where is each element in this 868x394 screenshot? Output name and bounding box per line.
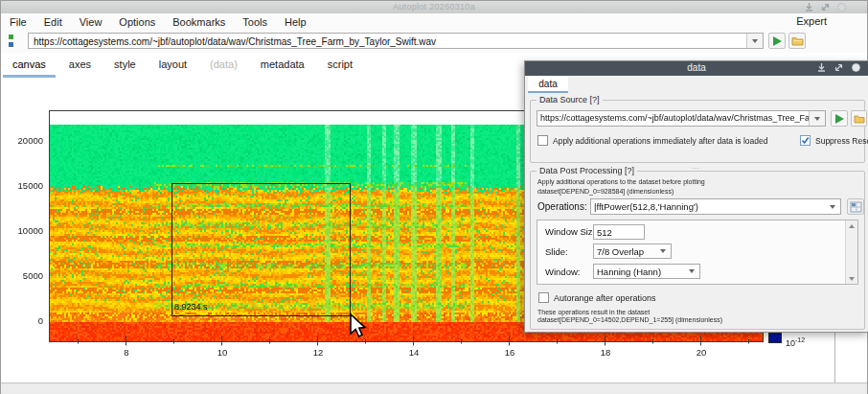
dialog-open-file-button[interactable] (851, 110, 867, 127)
undock-icon[interactable] (834, 63, 843, 72)
operations-input[interactable]: |fftPower(512,8,'Hanning') (590, 198, 841, 215)
window-menu-icon[interactable] (837, 3, 846, 12)
colorbar-end-swatch (768, 333, 782, 343)
y-tick-label: 20000 (1, 135, 43, 146)
chevron-down-icon (684, 265, 699, 278)
window-titlebar: Autoplot 20260310a (1, 1, 867, 14)
operations-editor-icon (850, 201, 862, 213)
chevron-down-icon (752, 39, 758, 43)
open-file-button[interactable] (788, 33, 806, 49)
url-input[interactable]: https://cottagesystems.com/~jbf/autoplot… (28, 33, 764, 49)
scroll-up-icon[interactable] (846, 220, 857, 231)
tab-script[interactable]: script (316, 53, 364, 78)
apply-operations-label: Apply additional operations immediately … (553, 136, 767, 146)
autorange-label: Autorange after operations (554, 293, 656, 303)
x-tick-label: 14 (400, 347, 428, 358)
chevron-down-icon (655, 244, 671, 258)
y-tick-label: 5000 (1, 270, 43, 281)
operation-editor-panel: Window Size: 512 Slide: 7/8 Overlap Wind… (537, 220, 858, 285)
data-source-legend: Data Source [?] (537, 95, 603, 104)
tab-data[interactable]: (data) (198, 53, 249, 78)
menu-bar: FileEditViewOptionsBookmarksToolsHelp Ex… (1, 13, 867, 31)
data-source-group: Data Source [?] https://cottagesystems.c… (530, 100, 865, 163)
mouse-cursor (348, 313, 371, 340)
selection-box[interactable] (171, 183, 351, 316)
status-bar (1, 382, 867, 394)
suppress-reset-checkbox[interactable] (800, 135, 811, 146)
window-size-label: Window Size: (545, 226, 601, 237)
x-tick-label: 16 (495, 347, 524, 358)
post-processing-legend: Data Post Processing [?] (537, 166, 637, 175)
slide-select[interactable]: 7/8 Overlap (593, 243, 672, 259)
slide-label: Slide: (545, 246, 568, 257)
window-size-input[interactable]: 512 (593, 224, 645, 240)
selection-time-label: 8.9234 s (174, 302, 208, 312)
x-tick-label: 20 (687, 347, 716, 358)
datasource-icon (8, 34, 19, 49)
folder-open-icon (791, 35, 804, 46)
window-title: Autoplot 20260310a (1, 2, 867, 12)
menu-file[interactable]: File (1, 16, 35, 28)
input-dataset-label: dataset[DEPEND_0=928584] (dimensionless) (537, 188, 674, 195)
dialog-go-button[interactable] (831, 110, 848, 127)
pin-icon[interactable] (817, 63, 826, 72)
operations-dropdown-button[interactable] (825, 199, 840, 214)
menu-edit[interactable]: Edit (35, 16, 71, 28)
post-desc: Apply additional operations to the datas… (537, 178, 705, 185)
dialog-tab-data[interactable]: data (528, 77, 568, 93)
chevron-down-icon (830, 205, 835, 209)
autorange-checkbox[interactable] (538, 292, 549, 303)
x-tick-label: 10 (208, 347, 237, 358)
scroll-down-icon[interactable] (846, 273, 857, 284)
url-dropdown-button[interactable] (746, 34, 763, 48)
post-processing-group: Data Post Processing [?] Apply additiona… (530, 171, 865, 330)
operations-editor-button[interactable] (847, 198, 864, 215)
play-icon (835, 114, 844, 124)
x-tick-label: 8 (112, 347, 141, 358)
window-label: Window: (545, 267, 580, 277)
colorbar-tick-label: 10-12 (786, 336, 805, 348)
y-tick-label: 15000 (1, 180, 43, 191)
tab-axes[interactable]: axes (57, 53, 103, 78)
canvas-right-border (834, 333, 835, 382)
menu-view[interactable]: View (71, 16, 111, 28)
url-dropdown-button[interactable] (809, 111, 825, 126)
y-tick-label: 10000 (1, 225, 43, 236)
app-window: Autoplot 20260310a FileEditViewOptionsBo… (0, 0, 868, 394)
play-icon (773, 36, 782, 46)
window-select[interactable]: Hanning (Hann) (593, 264, 700, 279)
operations-label: Operations: (537, 201, 587, 212)
suppress-reset-label: Suppress Reset (815, 136, 868, 146)
dialog-titlebar[interactable]: data (525, 61, 868, 76)
apply-operations-checkbox[interactable] (537, 135, 548, 146)
tab-metadata[interactable]: metadata (249, 53, 316, 78)
dialog-tabstrip: data (525, 76, 868, 93)
autorange-checkbox-row: Autorange after operations (538, 292, 656, 303)
folder-open-icon (854, 114, 865, 124)
x-tick-label: 18 (591, 347, 620, 358)
url-bar: https://cottagesystems.com/~jbf/autoplot… (1, 30, 867, 54)
window-menu-icon[interactable] (852, 63, 860, 72)
pin-icon[interactable] (805, 3, 813, 12)
expert-label[interactable]: Expert (796, 15, 827, 27)
result-dataset-line1: These operations result in the dataset (537, 309, 650, 315)
tab-style[interactable]: style (103, 53, 148, 78)
menu-options[interactable]: Options (110, 16, 164, 28)
y-tick-label: 0 (1, 315, 43, 326)
menu-bookmarks[interactable]: Bookmarks (164, 16, 234, 28)
undock-icon[interactable] (821, 3, 830, 12)
check-icon (801, 136, 810, 145)
go-button[interactable] (768, 33, 786, 49)
data-dialog: data data Data Source [?] https://cottag… (524, 60, 868, 333)
chevron-down-icon (814, 117, 820, 121)
tab-canvas[interactable]: canvas (1, 53, 57, 78)
suppress-reset-checkbox-row: Suppress Reset (800, 135, 868, 146)
dialog-url-input[interactable]: https://cottagesystems.com/~jbf/autoplot… (537, 110, 826, 127)
panel-scrollbar[interactable] (845, 220, 857, 284)
result-dataset-line2: dataset[DEPEND_0=14502,DEPEND_1=255] (di… (537, 316, 722, 323)
apply-operations-checkbox-row: Apply additional operations immediately … (537, 135, 767, 146)
tab-layout[interactable]: layout (148, 53, 198, 78)
menu-help[interactable]: Help (276, 16, 315, 28)
url-text: https://cottagesystems.com/~jbf/autoplot… (34, 36, 436, 47)
menu-tools[interactable]: Tools (234, 16, 276, 28)
